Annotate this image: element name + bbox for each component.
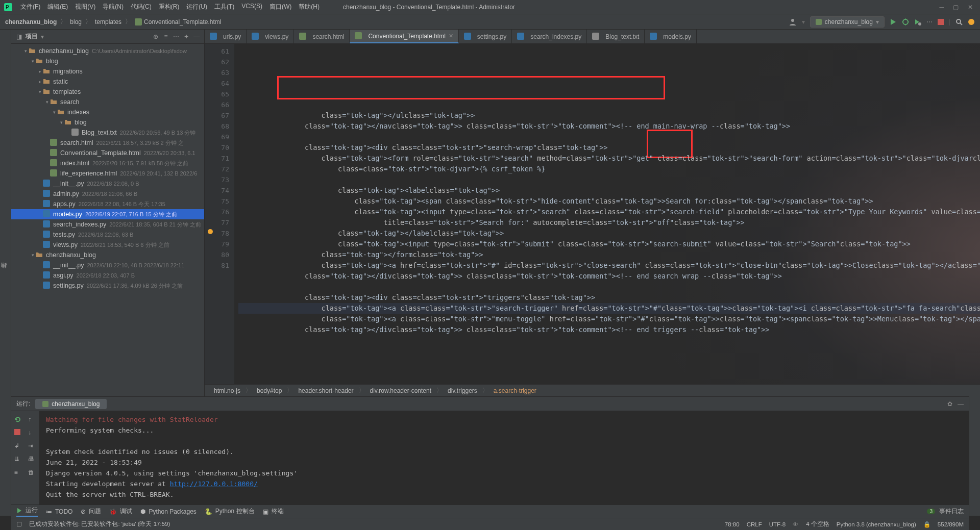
collapse-all-icon[interactable]: ⋯ xyxy=(173,33,180,40)
tree-node[interactable]: search.html2022/6/21 18:57, 3.29 kB 2 分钟… xyxy=(11,138,204,148)
crumb-item[interactable]: html.no-js xyxy=(212,387,242,394)
editor-tab[interactable]: search.html xyxy=(294,30,350,43)
status-position[interactable]: 78:80 xyxy=(725,521,740,527)
readonly-icon[interactable]: 👁 xyxy=(793,521,799,527)
stop-icon[interactable] xyxy=(14,429,22,437)
status-indicator-icon[interactable]: ☐ xyxy=(16,521,22,528)
status-memory[interactable]: 552/890M xyxy=(938,521,964,527)
crumb-app[interactable]: blog xyxy=(70,18,82,26)
run-console[interactable]: Watching for file changes with StatReloa… xyxy=(40,411,969,504)
status-encoding[interactable]: UTF-8 xyxy=(769,521,786,527)
code-line[interactable]: class="tok-tag"><span class=class="tok-s… xyxy=(238,196,980,207)
crumb-item[interactable]: header.short-header xyxy=(296,387,355,394)
tree-node[interactable]: settings.py2022/6/21 17:36, 4.09 kB 26 分… xyxy=(11,281,204,291)
tree-node[interactable]: models.py2022/6/19 22:07, 716 B 15 分钟 之前 xyxy=(11,209,204,219)
maximize-button[interactable]: ▢ xyxy=(953,4,959,11)
status-interpreter[interactable]: Python 3.8 (chenzhanxu_blog) xyxy=(837,521,916,527)
run-config-dropdown[interactable]: chenzhanxu_blog ▾ xyxy=(810,16,885,28)
code-line[interactable]: class="tok-tag"></formclass="tok-tag">> xyxy=(238,249,980,260)
tree-node[interactable]: ▾chenzhanxu_blog xyxy=(11,250,204,260)
menu-window[interactable]: 窗口(W) xyxy=(266,1,295,13)
code-line[interactable]: class="tok-tag"><input type=class="tok-s… xyxy=(238,207,980,217)
crumb-item[interactable]: body#top xyxy=(255,387,284,394)
code-line[interactable] xyxy=(238,282,980,292)
tree-node[interactable]: Blog_text.txt2022/6/20 20:56, 49 B 13 分钟 xyxy=(11,128,204,138)
code-line[interactable]: class="tok-tag"><input type=class="tok-s… xyxy=(238,239,980,249)
editor-breadcrumbs[interactable]: html.no-js〉body#top〉header.short-header〉… xyxy=(205,384,980,396)
tree-node[interactable]: __init__.py2022/6/18 22:08, 0 B xyxy=(11,179,204,189)
tree-node[interactable]: admin.py2022/6/18 22:08, 66 B xyxy=(11,189,204,199)
menu-tools[interactable]: 工具(T) xyxy=(211,1,237,13)
editor-tab[interactable]: Conventional_Template.html✕ xyxy=(350,30,458,43)
close-button[interactable]: ✕ xyxy=(968,4,973,11)
code-line[interactable]: class="tok-tag"></divclass="tok-tag">> c… xyxy=(238,324,980,335)
wrap-icon[interactable]: ↲ xyxy=(14,442,22,450)
code-line[interactable]: class="tok-tag"></ulclass="tok-tag">> xyxy=(238,110,980,121)
run-button[interactable] xyxy=(890,18,897,26)
code-line[interactable] xyxy=(238,174,980,185)
tool-problems[interactable]: ⊘问题 xyxy=(81,507,101,516)
tree-node[interactable]: __init__.py2022/6/18 22:10, 48 B 2022/6/… xyxy=(11,260,204,270)
status-indent[interactable]: 4 个空格 xyxy=(806,520,829,528)
search-everywhere-icon[interactable] xyxy=(955,18,963,26)
clear-icon[interactable]: ≡ xyxy=(14,469,22,477)
hide-icon[interactable]: — xyxy=(193,33,200,40)
notifications-icon[interactable] xyxy=(968,18,975,26)
code-line[interactable]: class="tok-tag"></navclass="tok-tag">> c… xyxy=(238,121,980,132)
tree-node[interactable]: ▾templates xyxy=(11,87,204,97)
tree-node[interactable]: index.html2022/6/20 16:15, 7.91 kB 58 分钟… xyxy=(11,158,204,168)
tool-pyconsole[interactable]: 🐍Python 控制台 xyxy=(205,507,255,516)
crumb-item[interactable]: a.search-trigger xyxy=(492,387,538,394)
run-tab[interactable]: chenzhanxu_blog xyxy=(35,399,107,409)
tree-node[interactable]: tests.py2022/6/18 22:08, 63 B xyxy=(11,230,204,240)
code-line[interactable] xyxy=(238,132,980,142)
attach-button[interactable]: ⋯ xyxy=(926,18,933,26)
editor-tab[interactable]: models.py xyxy=(645,30,697,43)
tree-node[interactable]: Conventional_Template.html2022/6/20 20:3… xyxy=(11,148,204,158)
trash-icon[interactable]: 🗑 xyxy=(28,469,36,477)
print-icon[interactable]: 🖶 xyxy=(28,456,36,464)
editor-tab[interactable]: search_indexes.py xyxy=(512,30,587,43)
code-line[interactable]: class="tok-tag"></labelclass="tok-tag">> xyxy=(238,228,980,239)
editor-tab[interactable]: Blog_text.txt xyxy=(587,30,645,43)
menu-view[interactable]: 视图(V) xyxy=(72,1,99,13)
code-line[interactable]: class="tok-tag"><form role=class="tok-st… xyxy=(238,153,980,164)
code-line[interactable]: class="tok-tag"><div class=class="tok-st… xyxy=(238,142,980,153)
soft-wrap-icon[interactable]: ⇥ xyxy=(28,442,36,450)
tree-node[interactable]: ▸migrations xyxy=(11,66,204,77)
editor-tab[interactable]: urls.py xyxy=(205,30,247,43)
tree-node[interactable]: life_experience.html2022/6/19 20:41, 132… xyxy=(11,168,204,179)
scroll-icon[interactable]: ⇊ xyxy=(14,456,22,464)
tree-node[interactable]: apps.py2022/6/18 22:08, 146 B 今天 17:35 xyxy=(11,199,204,209)
menu-help[interactable]: 帮助(H) xyxy=(296,1,323,13)
lock-icon[interactable]: 🔒 xyxy=(923,521,930,528)
code-editor[interactable]: 2 ⌃ ⌄ class="tok-tag"></ulclass="tok-tag… xyxy=(234,44,980,384)
tree-node[interactable]: ▾indexes xyxy=(11,107,204,117)
tool-terminal[interactable]: ▣终端 xyxy=(263,507,284,516)
code-line[interactable]: class="tok-tag"><a class=class="tok-str"… xyxy=(238,303,980,314)
close-tab-icon[interactable]: ✕ xyxy=(449,33,453,39)
run-more-button[interactable] xyxy=(914,18,921,26)
tool-packages[interactable]: ⬢Python Packages xyxy=(140,508,196,515)
tree-node[interactable]: ▾search xyxy=(11,97,204,107)
down-icon[interactable]: ↓ xyxy=(28,429,36,437)
crumb-project[interactable]: chenzhanxu_blog xyxy=(5,18,57,26)
tree-node[interactable]: ▾blog xyxy=(11,56,204,66)
code-line[interactable]: class="tok-tag"><a class=class="tok-str"… xyxy=(238,314,980,324)
tree-node[interactable]: asgi.py2022/6/18 22:03, 407 B xyxy=(11,270,204,281)
crumb-file[interactable]: Conventional_Template.html xyxy=(135,18,221,26)
code-line[interactable]: class="tok-tag"></divclass="tok-tag">> c… xyxy=(238,271,980,282)
minimize-button[interactable]: ─ xyxy=(939,4,944,11)
tool-hide-icon[interactable]: — xyxy=(958,400,964,408)
menu-run[interactable]: 运行(U) xyxy=(183,1,210,13)
lightbulb-icon[interactable] xyxy=(205,228,234,235)
menu-file[interactable]: 文件(F) xyxy=(17,1,43,13)
tool-settings-icon[interactable]: ✿ xyxy=(947,400,952,408)
line-number-gutter[interactable]: 6162636465666768697071727374757677787980… xyxy=(205,44,234,384)
expand-all-icon[interactable]: ≡ xyxy=(162,33,169,40)
menu-vcs[interactable]: VCS(S) xyxy=(238,1,265,13)
crumb-item[interactable]: div.row.header-content xyxy=(368,387,434,394)
code-line[interactable]: title=class="tok-str">"Search for:" auto… xyxy=(238,217,980,228)
tool-todo[interactable]: ≔TODO xyxy=(46,508,72,515)
tree-node[interactable]: ▾chenzhanxu_blogC:\Users\Administrator\D… xyxy=(11,46,204,56)
